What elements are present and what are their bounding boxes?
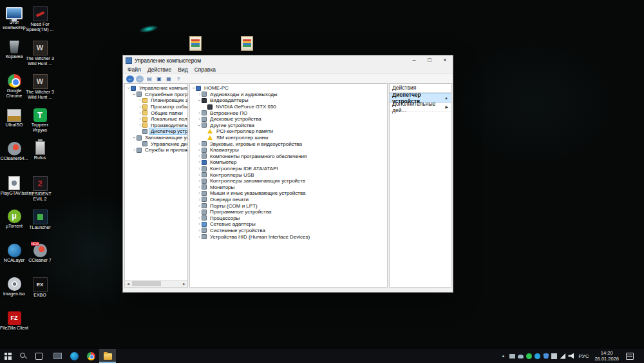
maximize-button[interactable]: □: [422, 55, 437, 65]
torrent-icon: [33, 108, 47, 122]
tree-item-services[interactable]: ›Службы и приложения: [125, 147, 187, 153]
scroll-left-button[interactable]: ◀: [125, 280, 131, 287]
desktop-icon-nfs[interactable]: Need For Speed(TM) ...: [26, 5, 54, 32]
expand-chevron-icon[interactable]: ›: [197, 234, 202, 240]
scroll-right-button[interactable]: ▶: [181, 280, 187, 287]
expand-chevron-icon[interactable]: ›: [197, 92, 202, 97]
expand-chevron-icon[interactable]: ›: [197, 178, 202, 184]
action-center-button[interactable]: [623, 353, 636, 360]
expand-chevron-icon[interactable]: ›: [197, 166, 202, 172]
desktop-icon-thispc[interactable]: Этот компьютер: [0, 5, 28, 30]
start-button[interactable]: [0, 349, 15, 363]
expand-chevron-icon[interactable]: ›: [138, 116, 142, 122]
expand-chevron-icon[interactable]: ›: [197, 197, 202, 202]
show-console-tree-button[interactable]: ▤: [146, 75, 153, 83]
language-indicator[interactable]: РУС: [577, 353, 590, 359]
collapse-chevron-icon[interactable]: ›: [131, 135, 137, 140]
search-button[interactable]: [15, 349, 31, 363]
tray-network-icon[interactable]: [560, 353, 565, 359]
desktop-icon-chrome[interactable]: Google Chrome: [0, 73, 28, 99]
expand-chevron-icon[interactable]: ›: [197, 228, 202, 233]
desktop-icon-setup-file-1[interactable]: [182, 35, 208, 51]
expand-chevron-icon[interactable]: ›: [197, 190, 202, 196]
desktop-icon-re2[interactable]: RESIDENT EVIL 2: [26, 175, 54, 202]
desktop-icon-torrent[interactable]: Торрент Игрука: [26, 107, 54, 133]
collapse-arrow-icon[interactable]: ▲: [444, 96, 448, 100]
expand-chevron-icon[interactable]: ›: [197, 159, 202, 165]
desktop-icon-setup-file-2[interactable]: [234, 35, 260, 51]
menu-item[interactable]: Вид: [175, 66, 191, 73]
scrollbar-track[interactable]: [131, 280, 181, 287]
desktop-icon-ncalayer[interactable]: NCALayer: [0, 242, 28, 263]
desktop-icon-recycle[interactable]: Корзина: [0, 39, 28, 59]
expand-chevron-icon[interactable]: ›: [138, 123, 142, 128]
expand-chevron-icon[interactable]: ›: [197, 147, 202, 153]
properties-button[interactable]: ▣: [155, 75, 163, 83]
desktop-icon-exbo[interactable]: EXBO: [26, 276, 54, 298]
app-edge-taskbar-button[interactable]: [66, 349, 82, 363]
close-button[interactable]: ×: [437, 55, 453, 65]
expand-chevron-icon[interactable]: ›: [197, 141, 202, 147]
app-file-explorer-taskbar-button[interactable]: [99, 349, 116, 363]
hidden-icons-chevron-icon[interactable]: ▲: [500, 354, 506, 358]
tray-shield-icon[interactable]: [543, 353, 549, 359]
cpu-icon: [202, 215, 207, 221]
collapse-chevron-icon[interactable]: ›: [196, 123, 202, 128]
collapse-chevron-icon[interactable]: ›: [196, 98, 202, 103]
tray-update-icon[interactable]: [551, 353, 557, 359]
expand-chevron-icon[interactable]: ›: [197, 215, 202, 221]
scrollbar-thumb[interactable]: [132, 281, 161, 286]
taskbar: ▲ РУС 14:20 26.01.2026: [0, 349, 644, 363]
clock[interactable]: 14:20 26.01.2026: [593, 350, 620, 362]
tray-telegram-icon[interactable]: [535, 353, 540, 359]
expand-chevron-icon[interactable]: ›: [197, 209, 202, 215]
tray-volume-icon[interactable]: [568, 353, 574, 359]
expand-chevron-icon[interactable]: ›: [197, 153, 202, 159]
expand-chevron-icon[interactable]: ›: [197, 172, 202, 178]
desktop-icon-witcher[interactable]: The Witcher 3 Wild Hunt ...: [26, 39, 54, 66]
expand-chevron-icon[interactable]: ›: [197, 116, 202, 122]
desktop-icon-iso[interactable]: imagen.iso: [0, 276, 28, 297]
desktop-icon-ccleaner-new[interactable]: CCleaner 7: [26, 242, 54, 263]
actions-more-item[interactable]: Дополнительные дей... ▶: [390, 103, 451, 112]
expand-chevron-icon[interactable]: ›: [138, 97, 142, 103]
desktop-icon-batfile[interactable]: PlayGTAV.bat: [0, 175, 28, 196]
expand-chevron-icon[interactable]: ›: [138, 104, 142, 110]
tray-whatsapp-icon[interactable]: [526, 353, 532, 359]
tray-display-icon[interactable]: [509, 354, 515, 358]
desktop-icon-witcher[interactable]: The Witcher 3 Wild Hunt ...: [26, 73, 54, 100]
tray-cloud-icon[interactable]: [518, 355, 524, 358]
collapse-chevron-icon[interactable]: ›: [131, 92, 137, 97]
desktop-icon-ultraiso[interactable]: UltraISO: [0, 107, 28, 128]
desktop-icon-ccleaner[interactable]: CCleaner64...: [0, 141, 28, 161]
collapse-chevron-icon[interactable]: ›: [191, 86, 196, 90]
tree-item-hid[interactable]: ›Устройства HID (Human Interface Devices…: [190, 233, 387, 240]
expand-chevron-icon[interactable]: ›: [132, 147, 137, 153]
menu-item[interactable]: Справка: [191, 66, 219, 73]
minimize-button[interactable]: –: [406, 55, 422, 65]
back-button[interactable]: ←: [126, 75, 134, 83]
tree-item-label: Устройства HID (Human Interface Devices): [208, 233, 312, 240]
forward-button[interactable]: →: [136, 75, 144, 83]
app-chrome-taskbar-button[interactable]: [82, 349, 99, 363]
menu-item[interactable]: Файл: [124, 66, 144, 73]
collapse-chevron-icon[interactable]: ›: [126, 86, 131, 90]
desktop-icon-utorrent[interactable]: µTorrent: [0, 208, 28, 229]
events-icon: [142, 104, 147, 110]
horizontal-scrollbar[interactable]: ◀ ▶: [125, 280, 187, 287]
help-button[interactable]: ?: [175, 75, 182, 83]
mmc-window-icon: [126, 57, 132, 64]
expand-chevron-icon[interactable]: ›: [138, 110, 142, 116]
desktop-icon-filezilla[interactable]: FileZilla Client: [0, 310, 28, 331]
export-list-button[interactable]: ▦: [165, 75, 173, 83]
expand-chevron-icon[interactable]: ›: [197, 184, 202, 190]
menu-item[interactable]: Действие: [144, 66, 175, 73]
task-view-button[interactable]: [31, 349, 46, 363]
expand-chevron-icon[interactable]: ›: [197, 110, 202, 116]
window-titlebar[interactable]: Управление компьютером –□×: [123, 55, 453, 65]
expand-chevron-icon[interactable]: ›: [197, 221, 202, 227]
app-window-taskbar-button[interactable]: [49, 349, 66, 363]
desktop-icon-rufus[interactable]: Rufus: [26, 141, 54, 161]
desktop-icon-tlauncher[interactable]: TLauncher: [26, 208, 54, 230]
expand-chevron-icon[interactable]: ›: [197, 203, 202, 209]
